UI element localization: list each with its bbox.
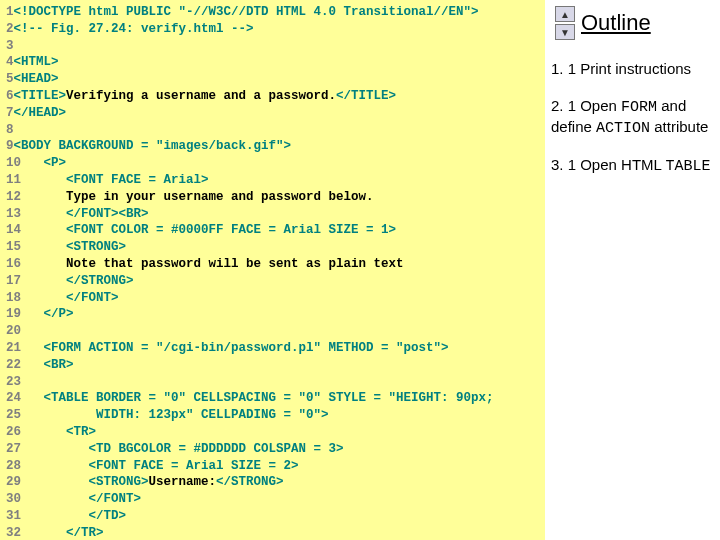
code-listing: 1<!DOCTYPE html PUBLIC "-//W3C//DTD HTML…: [0, 0, 545, 540]
outline-item-2: 2. 1 Open FORM and define ACTION attribu…: [551, 97, 714, 139]
outline-code: FORM: [621, 99, 657, 116]
outline-header: ▲ ▼ Outline: [551, 0, 714, 50]
outline-text: attribute: [650, 118, 708, 135]
nav-arrows: ▲ ▼: [555, 6, 575, 40]
outline-num: 1. 1: [551, 60, 576, 77]
outline-panel: ▲ ▼ Outline 1. 1 Print instructions 2. 1…: [545, 0, 720, 540]
outline-text: Print instructions: [580, 60, 691, 77]
up-arrow-button[interactable]: ▲: [555, 6, 575, 22]
outline-num: 3. 1: [551, 156, 576, 173]
outline-code: ACTION: [596, 120, 650, 137]
outline-text: Open: [580, 97, 621, 114]
outline-item-3: 3. 1 Open HTML TABLE: [551, 156, 714, 177]
outline-title: Outline: [581, 10, 651, 36]
outline-item-1: 1. 1 Print instructions: [551, 60, 714, 79]
down-arrow-button[interactable]: ▼: [555, 24, 575, 40]
outline-code: TABLE: [666, 158, 711, 175]
outline-num: 2. 1: [551, 97, 576, 114]
outline-text: Open HTML: [580, 156, 665, 173]
